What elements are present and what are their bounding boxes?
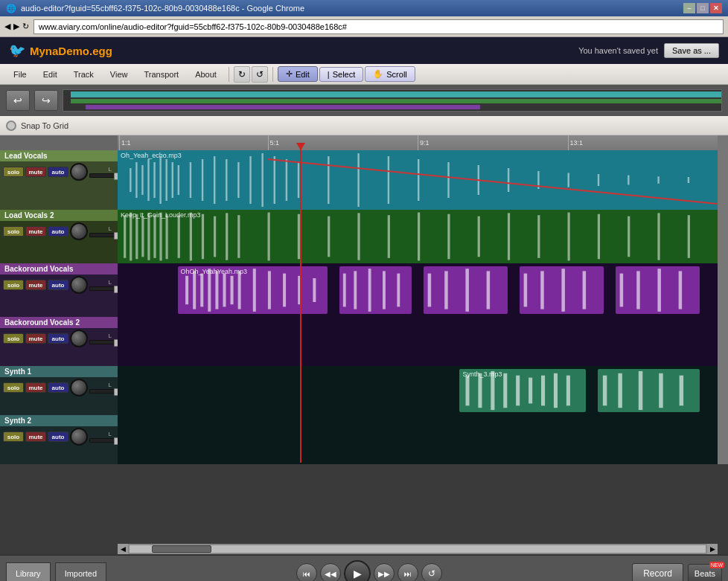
mute-button-synth2[interactable]: mute bbox=[25, 431, 46, 442]
undo-button[interactable]: ↩ bbox=[6, 90, 30, 111]
svg-rect-23 bbox=[418, 159, 419, 201]
mute-button-load2[interactable]: mute bbox=[25, 226, 46, 237]
edit-tool-button[interactable]: ✛ Edit bbox=[278, 66, 318, 82]
clip-lead-vocals[interactable]: Oh_Yeah_echo.mp3 bbox=[118, 150, 718, 210]
menu-about[interactable]: About bbox=[188, 68, 224, 81]
volume-knob-lead[interactable] bbox=[70, 163, 88, 181]
clip-bgvox-2[interactable] bbox=[339, 266, 412, 314]
svg-rect-42 bbox=[165, 214, 167, 259]
scroll-label: Scroll bbox=[386, 70, 407, 79]
clip-bgvox-4[interactable] bbox=[520, 266, 604, 314]
solo-button-load2[interactable]: solo bbox=[3, 226, 24, 237]
svg-rect-94 bbox=[466, 376, 470, 406]
svg-rect-63 bbox=[688, 215, 690, 258]
volume-knob-bgvox2[interactable] bbox=[70, 330, 88, 347]
forward-icon[interactable]: ▶ bbox=[13, 22, 19, 31]
auto-button-load2[interactable]: auto bbox=[48, 226, 68, 237]
record-button[interactable]: Record bbox=[632, 563, 683, 581]
select-tool-button[interactable]: | Select bbox=[319, 67, 363, 82]
svg-rect-20 bbox=[328, 156, 329, 204]
redo-button[interactable]: ↪ bbox=[34, 90, 58, 111]
svg-rect-38 bbox=[141, 216, 144, 257]
refresh-icon[interactable]: ↻ bbox=[22, 22, 29, 31]
svg-rect-35 bbox=[124, 215, 126, 258]
solo-button-synth2[interactable]: solo bbox=[3, 431, 24, 442]
maximize-button[interactable]: □ bbox=[697, 3, 709, 13]
app-logo: 🐦 MynaDemo.egg bbox=[9, 42, 112, 59]
menu-edit[interactable]: Edit bbox=[36, 68, 65, 81]
rotate-button[interactable]: ↺ bbox=[252, 66, 268, 83]
auto-button-bgvox2[interactable]: auto bbox=[48, 333, 68, 344]
waveform-svg-bgvox3 bbox=[424, 266, 508, 314]
waveform-bg-vocals: OhOh_YeahYeah.mp3 bbox=[118, 263, 718, 317]
menu-view[interactable]: View bbox=[103, 68, 135, 81]
clip-synth1-1[interactable]: Synth_3.mp3 bbox=[459, 369, 585, 412]
solo-button-bgvox[interactable]: solo bbox=[3, 280, 24, 290]
svg-rect-72 bbox=[252, 269, 255, 312]
loop-button[interactable]: ↺ bbox=[421, 563, 442, 581]
clip-bgvox-1[interactable]: OhOh_YeahYeah.mp3 bbox=[178, 266, 328, 314]
waveform-synth-1: Synth_3.mp3 bbox=[118, 366, 718, 415]
volume-knob-bgvox[interactable] bbox=[70, 276, 88, 294]
volume-knob-synth2[interactable] bbox=[70, 428, 88, 446]
beats-button[interactable]: Beats NEW bbox=[688, 564, 722, 581]
track-label-synth-2: Synth 2 solo mute auto L R bbox=[0, 415, 118, 464]
svg-rect-10 bbox=[190, 162, 191, 198]
clip-synth1-2[interactable] bbox=[598, 369, 700, 412]
mute-button-bgvox2[interactable]: mute bbox=[25, 333, 46, 344]
clip-load-vocals-2[interactable]: Keep_It_Goin_Louder.mp3 bbox=[118, 210, 718, 263]
track-label-load-vocals-2: Load Vocals 2 solo mute auto L R bbox=[0, 210, 118, 263]
auto-button-synth2[interactable]: auto bbox=[48, 431, 68, 442]
svg-rect-107 bbox=[679, 376, 683, 406]
scroll-tool-button[interactable]: ✋ Scroll bbox=[365, 66, 415, 82]
scroll-right-arrow[interactable]: ▶ bbox=[707, 544, 718, 554]
svg-rect-60 bbox=[598, 214, 600, 259]
auto-button-synth1[interactable]: auto bbox=[48, 382, 68, 393]
refresh-button[interactable]: ↻ bbox=[234, 66, 250, 83]
clip-bgvox-5[interactable] bbox=[616, 266, 700, 314]
svg-rect-46 bbox=[214, 216, 216, 257]
track-controls-synth1: solo mute auto L R bbox=[0, 377, 118, 398]
auto-button-bgvox[interactable]: auto bbox=[48, 280, 68, 290]
auto-button-lead[interactable]: auto bbox=[48, 167, 68, 177]
track-name-bg-vocals: Backoround Vocals bbox=[0, 263, 118, 275]
clip-bgvox-3[interactable] bbox=[424, 266, 508, 314]
menu-transport[interactable]: Transport bbox=[136, 68, 186, 81]
solo-button-bgvox2[interactable]: solo bbox=[3, 333, 24, 344]
snap-toggle[interactable]: Snap To Grid bbox=[6, 121, 68, 131]
svg-rect-83 bbox=[444, 271, 448, 309]
solo-button-synth1[interactable]: solo bbox=[3, 382, 24, 393]
menu-track[interactable]: Track bbox=[66, 68, 101, 81]
skip-forward-button[interactable]: ⏭ bbox=[397, 563, 418, 581]
rewind-button[interactable]: ◀◀ bbox=[320, 563, 341, 581]
track-name-load-vocals-2: Load Vocals 2 bbox=[0, 210, 118, 221]
scroll-left-arrow[interactable]: ◀ bbox=[118, 544, 128, 554]
imported-button[interactable]: Imported bbox=[55, 562, 106, 581]
svg-rect-81 bbox=[397, 274, 400, 307]
scroll-thumb-h[interactable] bbox=[152, 545, 211, 553]
svg-rect-98 bbox=[517, 376, 520, 406]
menu-file[interactable]: File bbox=[6, 68, 34, 81]
snap-bar: Snap To Grid bbox=[0, 116, 728, 135]
fast-forward-button[interactable]: ▶▶ bbox=[374, 563, 395, 581]
mute-button-lead[interactable]: mute bbox=[25, 167, 46, 177]
address-input[interactable] bbox=[33, 19, 724, 34]
back-icon[interactable]: ◀ bbox=[4, 22, 10, 31]
close-button[interactable]: ✕ bbox=[710, 3, 722, 13]
svg-rect-14 bbox=[237, 162, 239, 198]
solo-button-lead[interactable]: solo bbox=[3, 167, 24, 177]
mini-track-lead bbox=[71, 92, 721, 97]
volume-knob-load2[interactable] bbox=[70, 222, 88, 240]
skip-back-button[interactable]: ⏮ bbox=[296, 563, 317, 581]
track-label-lead-vocals: Lead Vocals solo mute auto L R bbox=[0, 150, 118, 210]
library-button[interactable]: Library bbox=[6, 562, 51, 581]
mute-button-synth1[interactable]: mute bbox=[25, 382, 46, 393]
save-as-button[interactable]: Save as ... bbox=[664, 43, 719, 58]
mute-button-bgvox[interactable]: mute bbox=[25, 280, 46, 290]
svg-rect-3 bbox=[141, 165, 143, 195]
track-label-synth-1: Synth 1 solo mute auto L R bbox=[0, 366, 118, 415]
timeline-ruler: 1:1 5:1 9:1 13:1 bbox=[118, 135, 718, 150]
volume-knob-synth1[interactable] bbox=[70, 379, 88, 397]
minimize-button[interactable]: – bbox=[683, 3, 695, 13]
play-button[interactable]: ▶ bbox=[344, 560, 371, 581]
